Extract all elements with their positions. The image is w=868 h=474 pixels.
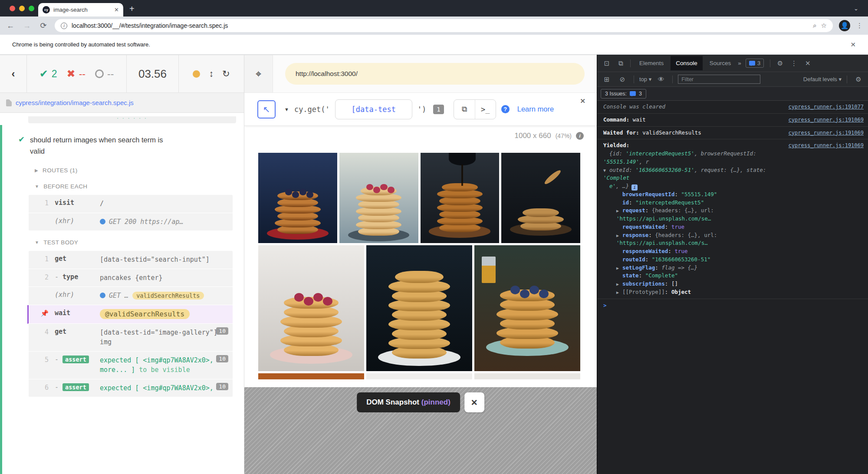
console-filter-input[interactable]: Filter <box>678 75 760 84</box>
spec-file-link[interactable]: cypress/integration/image-search.spec.js <box>16 99 134 106</box>
object-property-response[interactable]: ▶response: {headers: {…}, url: 'https://… <box>603 231 784 248</box>
source-location-link[interactable]: cypress_runner.js:191069 <box>789 129 864 137</box>
devtools-settings-icon[interactable]: ⚙ <box>774 59 786 67</box>
command-row-visit[interactable]: 1visit/ <box>29 195 233 213</box>
new-tab-button[interactable]: + <box>129 4 135 14</box>
tab-sources[interactable]: Sources <box>704 56 736 70</box>
forward-button[interactable]: → <box>22 21 32 30</box>
selector-playground: ↖ ▼ cy.get(' [data-test ') 1 ⧉ >_ ? Lear… <box>244 93 597 126</box>
gallery-image-clipped-1 <box>366 373 472 379</box>
command-row-type[interactable]: 2- typepancakes {enter} <box>29 269 233 287</box>
console-row[interactable]: Waited for: validSearchResultscypress_ru… <box>597 127 868 140</box>
copy-selector-button[interactable]: ⧉ <box>454 100 475 119</box>
address-bar[interactable]: i localhost:3000/__/#/tests/integration/… <box>55 19 833 32</box>
info-badge-icon[interactable]: i <box>631 184 638 191</box>
close-window-button[interactable] <box>10 6 15 11</box>
test-body-section-header[interactable]: ▼ TEST BODY <box>0 233 244 249</box>
playground-close-icon[interactable]: ✕ <box>580 97 585 105</box>
bookmark-star-icon[interactable]: ☆ <box>821 22 827 30</box>
context-selector[interactable]: top ▾ <box>639 76 651 82</box>
log-levels-dropdown[interactable]: Default levels ▾ <box>803 76 842 82</box>
source-location-link[interactable]: cypress_runner.js:191077 <box>789 103 864 111</box>
source-location-link[interactable]: cypress_runner.js:191069 <box>789 116 864 124</box>
close-paren-text: ') <box>418 105 426 114</box>
console-prompt[interactable]: > <box>597 299 868 312</box>
expanded-caret-icon: ▼ <box>35 240 39 245</box>
test-title-row[interactable]: ✔ should return images when search term … <box>0 123 244 161</box>
command-row-xhr[interactable]: (xhr)GET 200 https://ap… <box>29 213 233 231</box>
object-property-setLogFlag[interactable]: ▶setLogFlag: flag => {…} <box>603 264 784 272</box>
print-to-console-button[interactable]: >_ <box>475 100 496 119</box>
more-tabs-icon[interactable]: » <box>738 60 741 66</box>
console-log: Console was clearedcypress_runner.js:191… <box>597 101 868 474</box>
device-toolbar-icon[interactable]: ⧉ <box>615 59 627 67</box>
object-property-requestWaited: requestWaited: true <box>603 223 784 231</box>
console-sidebar-icon[interactable]: ⊞ <box>601 76 613 83</box>
browser-tab[interactable]: cy image-search ✕ <box>38 3 123 16</box>
pinned-label: (pinned) <box>421 398 450 406</box>
profile-avatar[interactable]: 👤 <box>839 20 850 31</box>
viewport-scale-icon[interactable]: ↕ <box>209 69 214 79</box>
browser-menu-icon[interactable]: ⋮ <box>856 22 863 30</box>
method-dropdown-caret[interactable]: ▼ <box>284 107 289 112</box>
selector-input[interactable]: [data-test <box>335 99 412 119</box>
tab-close-icon[interactable]: ✕ <box>114 7 119 13</box>
console-row[interactable]: Console was clearedcypress_runner.js:191… <box>597 101 868 114</box>
object-property-subscriptions[interactable]: ▶subscriptions: [] <box>603 280 784 288</box>
before-each-section-header[interactable]: ▼ BEFORE EACH <box>0 177 244 193</box>
aut-url-pill[interactable]: http://localhost:3000/ <box>285 63 585 85</box>
selector-playground-toggle[interactable]: ⌖ <box>244 55 273 92</box>
window-controls[interactable] <box>10 6 34 11</box>
command-row-wait[interactable]: 📌wait@validSearchResults <box>27 305 233 324</box>
infobar-close-icon[interactable]: ✕ <box>850 41 856 49</box>
element-picker-button[interactable]: ↖ <box>257 100 276 118</box>
site-info-icon[interactable]: i <box>61 23 67 29</box>
source-location-link[interactable]: cypress_runner.js:191069 <box>789 142 864 296</box>
routes-section-header[interactable]: ▶ ROUTES (1) <box>0 161 244 177</box>
test-stats: ✔ 2 ✖ -- -- <box>27 55 127 92</box>
test-title: should return images when search term is… <box>30 135 173 157</box>
console-row[interactable]: Command: waitcypress_runner.js:191069 <box>597 114 868 127</box>
command-row-assert[interactable]: 5- assertexpected [ <img#qp7WA8AV2x0>, 9… <box>29 352 233 379</box>
restart-tests-button[interactable]: ↻ <box>222 69 230 79</box>
clear-console-icon[interactable]: ⊘ <box>616 76 628 83</box>
viewport-dimensions: 1000 x 660 <box>515 132 551 140</box>
command-row-get[interactable]: 1get[data-testid="search-input"] <box>29 251 233 269</box>
viewport-info-icon[interactable]: i <box>576 132 584 140</box>
devtools-close-icon[interactable]: ✕ <box>802 59 814 67</box>
devtools-menu-icon[interactable]: ⋮ <box>788 59 800 67</box>
console-row[interactable]: Yielded: {id: 'interceptedRequest5', bro… <box>597 139 868 299</box>
issues-counter[interactable]: 3 Issues: 3 <box>601 89 646 99</box>
object-property-request[interactable]: ▶request: {headers: {…}, url: 'https://a… <box>603 207 784 223</box>
eye-icon[interactable]: 👁 <box>655 76 667 83</box>
object-property-id: id: "interceptedRequest5" <box>603 199 784 207</box>
learn-more-link[interactable]: Learn more <box>517 105 554 113</box>
zoom-page-icon[interactable]: ⌕ <box>813 22 816 30</box>
berry-garnish <box>323 297 332 306</box>
tab-search-chevron-icon[interactable]: ⌄ <box>854 5 858 12</box>
maximize-window-button[interactable] <box>29 6 34 11</box>
object-property-Prototype[interactable]: ▶[[Prototype]]: Object <box>603 288 784 296</box>
console-settings-icon[interactable]: ⚙ <box>852 76 865 83</box>
command-row-xhr[interactable]: (xhr)GET … validSearchResults <box>29 287 233 305</box>
test-body-rows: 1get[data-testid="search-input"] 2- type… <box>29 251 233 397</box>
console-messages-badge[interactable]: 3 <box>746 59 764 68</box>
command-row-assert[interactable]: 6- assertexpected [ <img#qp7WA8AV2x0>, 1… <box>29 379 233 397</box>
before-each-rows: 1visit/ (xhr)GET 200 https://ap… <box>29 195 233 230</box>
back-button[interactable]: ← <box>5 21 16 30</box>
xhr-dot-icon <box>100 219 105 224</box>
tab-elements[interactable]: Elements <box>634 56 669 70</box>
object-property-state: state: "Complete" <box>603 272 784 280</box>
tab-console[interactable]: Console <box>671 56 703 70</box>
inspect-element-icon[interactable]: ⊡ <box>601 59 613 67</box>
expanded-caret-icon: ▼ <box>35 184 39 189</box>
reload-button[interactable]: ⟳ <box>38 21 49 30</box>
auto-scroll-indicator[interactable] <box>193 70 200 78</box>
object-property-browserRequestId: browserRequestId: "55515.149" <box>603 191 784 199</box>
back-to-tests-button[interactable]: ‹ <box>0 55 27 92</box>
unpin-snapshot-button[interactable]: ✕ <box>464 392 484 412</box>
command-row-get[interactable]: 4get[data-test-id="image-gallery"] img 1… <box>29 324 233 352</box>
help-icon: ? <box>501 105 510 113</box>
minimize-window-button[interactable] <box>19 6 25 11</box>
element-count-badge: 10 <box>216 383 228 390</box>
